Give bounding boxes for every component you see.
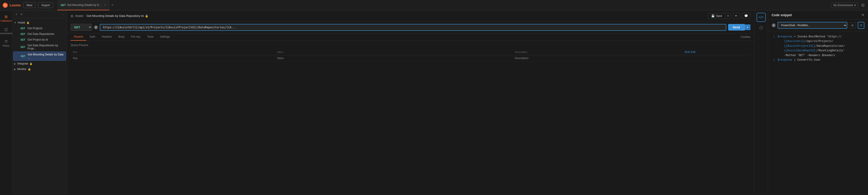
monitor-folder[interactable]: ▶ Monitor 🔒 [12, 66, 67, 72]
environments-label: Environments [0, 32, 13, 35]
tab-tests[interactable]: Tests [144, 33, 157, 40]
language-select[interactable]: PowerShell - RestMet... cURL JavaScript … [778, 22, 847, 29]
import-button[interactable]: Import [38, 2, 53, 8]
save-icon: 💾 [711, 15, 715, 18]
action-cell [683, 55, 750, 61]
add-collection-button[interactable]: + [14, 12, 18, 17]
tab-params[interactable]: Params [71, 33, 86, 40]
value-cell[interactable]: Value [275, 55, 478, 61]
url-input[interactable] [100, 24, 726, 31]
env-selector[interactable]: No Environment ▾ [831, 2, 858, 8]
url-bar: GET POST PUT DELETE PATCH 2 Send ▾ [67, 22, 754, 33]
new-button[interactable]: New [23, 2, 36, 8]
code-panel-close-button[interactable]: ✕ [861, 13, 864, 17]
assist-folder[interactable]: ▼ Assist 🔒 [12, 20, 67, 25]
collections-icon: ⊞ [5, 15, 7, 19]
sidebar-item-history[interactable]: ⏱ History [0, 38, 12, 49]
save-button[interactable]: 💾 Save [708, 13, 725, 19]
item-label: Get Data Repositories by Proje... [28, 44, 64, 50]
query-params-title: Query Params [71, 44, 750, 47]
tab-headers[interactable]: Headers [98, 33, 115, 40]
sidebar-tree-panel: + ≡ ··· ▼ Assist 🔒 GET Get Projects GET [12, 10, 67, 195]
table-row: Key Value Description [71, 55, 750, 61]
integrate-folder-label: Integrate [17, 62, 28, 65]
info-panel-toggle[interactable]: ⓘ [756, 23, 766, 32]
step-2-badge: 2 [94, 25, 98, 29]
breadcrumb-current: Get Mounting Details by Data Repository … [87, 14, 144, 18]
edit-button[interactable]: ✏ [733, 13, 740, 19]
sidebar-tree: ▼ Assist 🔒 GET Get Projects GET Get Data… [12, 18, 67, 195]
tab-body[interactable]: Body [115, 33, 128, 40]
code-lang-selector: 3 PowerShell - RestMet... cURL JavaScrip… [768, 20, 868, 31]
sidebar-item-collections[interactable]: ⊞ Collections [0, 13, 12, 24]
col-description: Description [513, 49, 683, 55]
history-icon: ⏱ [4, 40, 8, 44]
layout-icon[interactable]: ⊡ [861, 2, 865, 8]
send-dropdown-button[interactable]: ▾ [745, 24, 750, 30]
tab-settings[interactable]: Settings [157, 33, 173, 40]
list-item[interactable]: GET Get Projects [13, 26, 66, 31]
breadcrumb-lock-icon: 🔒 [145, 15, 148, 18]
environments-icon: ◫ [4, 27, 8, 31]
collections-label: Collections [0, 20, 11, 22]
list-item[interactable]: GET Get Data Repositories by Proje... [13, 43, 66, 51]
integrate-lock-icon: 🔒 [29, 62, 33, 65]
app-logo: L Loome [3, 3, 21, 8]
method-select[interactable]: GET POST PUT DELETE PATCH [71, 24, 92, 31]
tab-method: GET [61, 4, 66, 6]
item-method-badge: GET [20, 33, 26, 35]
comment-button[interactable]: 💬 [742, 13, 750, 19]
code-settings-button[interactable]: ⚙ [849, 22, 856, 29]
dots-cell [478, 55, 513, 61]
code-line-5: -Method 'GET' -Headers $headers [772, 53, 864, 58]
save-label: Save [716, 15, 722, 18]
list-item[interactable]: GET Get Data Repositories [13, 31, 66, 37]
code-line-4: {{AssistDataRepoId}}/MountingDetails' [772, 48, 864, 53]
left-sidebar: ⊞ Collections ◫ Environments ⏱ History +… [0, 10, 67, 195]
integrate-folder[interactable]: ▶ Integrate 🔒 [12, 61, 67, 66]
item-label: Get Mounting Details by Data ... [28, 53, 64, 59]
desc-cell[interactable]: Description [513, 55, 683, 61]
assist-chevron-icon: ▼ [14, 22, 17, 24]
item-method-badge: GET [20, 46, 26, 49]
tab-add-button[interactable]: + [110, 3, 116, 7]
code-panel-header: Code snippet ✕ [768, 10, 868, 20]
code-snippet-toggle[interactable]: </> [756, 13, 766, 22]
params-table: Key Value ··· Description Bulk Edit Key … [71, 49, 750, 61]
right-area: </> ⓘ Code snippet ✕ 3 PowerShell - Rest… [754, 10, 868, 195]
active-tab[interactable]: GET Get Mounting Details by D... ✕ [57, 0, 110, 10]
item-method-badge: GET [20, 55, 26, 58]
tab-auth[interactable]: Auth [86, 33, 98, 40]
assist-folder-label: Assist [18, 21, 25, 24]
col-key: Key [71, 49, 275, 55]
code-line-1: 1 $response = Invoke-RestMethod 'https:/… [772, 34, 864, 39]
step-3-badge: 3 [772, 23, 776, 27]
save-dropdown-button[interactable]: ▾ [725, 13, 731, 18]
bulk-edit-button[interactable]: Bulk Edit [685, 50, 695, 54]
code-panel-title: Code snippet [772, 13, 860, 17]
tab-bar: GET Get Mounting Details by D... ✕ + [57, 0, 829, 10]
cookies-button[interactable]: Cookies [741, 35, 750, 38]
send-button[interactable]: Send [728, 24, 745, 31]
sidebar-item-environments[interactable]: ◫ Environments [0, 25, 12, 36]
sidebar-icon-strip: ⊞ Collections ◫ Environments ⏱ History [0, 10, 12, 195]
request-header: ⊞ Assist / Get Mounting Details by Data … [67, 10, 754, 22]
item-method-badge: GET [20, 27, 26, 30]
monitor-lock-icon: 🔒 [28, 68, 31, 71]
tab-prereq[interactable]: Pre-req. [128, 33, 144, 40]
col-bulk-edit: Bulk Edit [683, 49, 750, 55]
copy-code-button[interactable]: ⧉ [858, 22, 864, 29]
breadcrumb-icon: ⊞ [71, 14, 73, 18]
tab-close-icon[interactable]: ✕ [104, 4, 106, 6]
more-options-button[interactable]: ··· [62, 12, 64, 16]
col-dots: ··· [478, 49, 513, 55]
list-item[interactable]: GET Get Project by Id [13, 37, 66, 43]
top-bar: L Loome New Import GET Get Mounting Deta… [0, 0, 868, 10]
code-icon: </> [758, 15, 764, 19]
params-section: Query Params Key Value ··· Description B… [67, 41, 754, 195]
list-item-active[interactable]: GET Get Mounting Details by Data ... [13, 52, 66, 61]
filter-button[interactable]: ≡ [20, 12, 23, 17]
monitor-chevron-icon: ▶ [14, 68, 16, 71]
key-cell[interactable]: Key [71, 55, 275, 61]
item-label: Get Data Repositories [28, 32, 55, 35]
